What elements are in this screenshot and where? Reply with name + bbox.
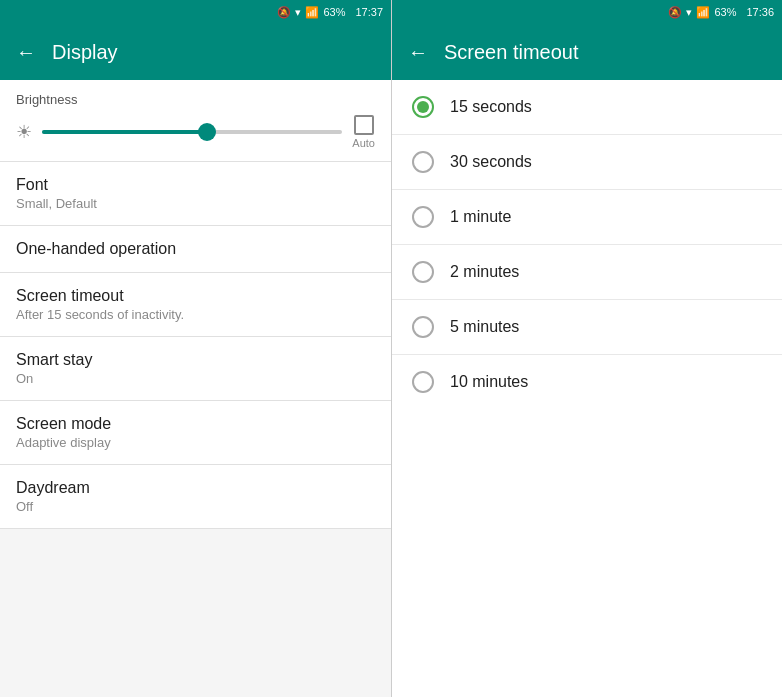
screen-timeout-subtitle: After 15 seconds of inactivity. [16,307,375,322]
smart-stay-subtitle: On [16,371,375,386]
timeout-label-5m: 5 minutes [450,318,519,336]
timeout-label-10m: 10 minutes [450,373,528,391]
timeout-item-2m[interactable]: 2 minutes [392,245,782,300]
radio-1m[interactable] [412,206,434,228]
back-button[interactable]: ← [16,41,36,64]
screen-timeout-header: ← Screen timeout [392,24,782,80]
right-notification-icon: 🔕 [668,6,682,19]
signal-icon: 📶 [305,6,319,19]
brightness-section: Brightness ☀ Auto [0,80,391,161]
right-battery-text: 63% [714,6,736,18]
slider-track [42,130,342,134]
page-title: Display [52,41,118,64]
screen-mode-setting[interactable]: Screen mode Adaptive display [0,401,391,464]
screen-mode-subtitle: Adaptive display [16,435,375,450]
time-display: 17:37 [355,6,383,18]
auto-brightness-checkbox[interactable]: Auto [352,115,375,149]
timeout-item-30s[interactable]: 30 seconds [392,135,782,190]
battery-text: 63% [323,6,345,18]
right-time-display: 17:36 [746,6,774,18]
radio-inner-15s [417,101,429,113]
radio-10m[interactable] [412,371,434,393]
slider-fill [42,130,207,134]
one-handed-title: One-handed operation [16,240,375,258]
display-header: ← Display [0,24,391,80]
screen-timeout-panel: 🔕 ▾ 📶 63% 17:36 ← Screen timeout 15 seco… [391,0,782,697]
right-status-icons: 🔕 ▾ 📶 63% 17:36 [668,6,774,19]
screen-timeout-setting[interactable]: Screen timeout After 15 seconds of inact… [0,273,391,336]
radio-30s[interactable] [412,151,434,173]
wifi-icon: ▾ [295,6,301,19]
timeout-list: 15 seconds 30 seconds 1 minute 2 minutes… [392,80,782,697]
timeout-item-5m[interactable]: 5 minutes [392,300,782,355]
one-handed-setting[interactable]: One-handed operation [0,226,391,272]
timeout-label-2m: 2 minutes [450,263,519,281]
smart-stay-setting[interactable]: Smart stay On [0,337,391,400]
right-back-button[interactable]: ← [408,41,428,64]
screen-mode-title: Screen mode [16,415,375,433]
right-signal-icon: 📶 [696,6,710,19]
font-title: Font [16,176,375,194]
divider-7 [0,528,391,529]
timeout-label-15s: 15 seconds [450,98,532,116]
brightness-row: ☀ Auto [16,115,375,149]
brightness-label: Brightness [16,92,375,107]
display-panel: 🔕 ▾ 📶 63% 17:37 ← Display Brightness ☀ [0,0,391,697]
right-status-bar: 🔕 ▾ 📶 63% 17:36 [392,0,782,24]
timeout-label-30s: 30 seconds [450,153,532,171]
daydream-setting[interactable]: Daydream Off [0,465,391,528]
notification-icon: 🔕 [277,6,291,19]
screen-timeout-title: Screen timeout [444,41,579,64]
radio-15s[interactable] [412,96,434,118]
radio-5m[interactable] [412,316,434,338]
display-content: Brightness ☀ Auto Font Small, Default [0,80,391,697]
timeout-item-1m[interactable]: 1 minute [392,190,782,245]
timeout-item-15s[interactable]: 15 seconds [392,80,782,135]
daydream-subtitle: Off [16,499,375,514]
status-icons: 🔕 ▾ 📶 63% 17:37 [277,6,383,19]
radio-2m[interactable] [412,261,434,283]
daydream-title: Daydream [16,479,375,497]
smart-stay-title: Smart stay [16,351,375,369]
screen-timeout-title: Screen timeout [16,287,375,305]
auto-checkbox-box[interactable] [354,115,374,135]
auto-label: Auto [352,137,375,149]
font-setting[interactable]: Font Small, Default [0,162,391,225]
brightness-icon: ☀ [16,121,32,143]
timeout-item-10m[interactable]: 10 minutes [392,355,782,409]
left-status-bar: 🔕 ▾ 📶 63% 17:37 [0,0,391,24]
slider-thumb[interactable] [198,123,216,141]
brightness-slider[interactable] [42,130,342,134]
timeout-label-1m: 1 minute [450,208,511,226]
font-subtitle: Small, Default [16,196,375,211]
right-wifi-icon: ▾ [686,6,692,19]
